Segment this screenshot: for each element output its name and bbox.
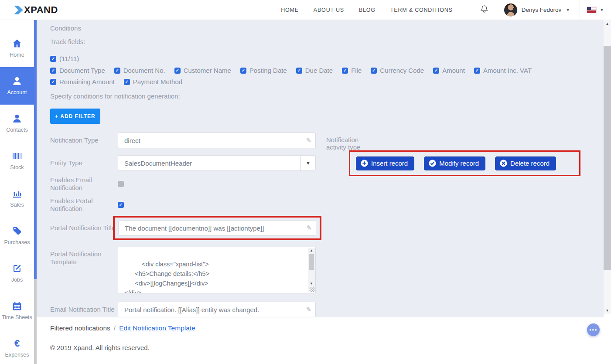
entity-type-row: Entity Type SalesDocumentHeader ▼ [50,155,329,171]
select-all-checkbox[interactable] [50,56,56,62]
portal-template-textarea[interactable]: <div class="xpand-list"> <h5>Change deta… [118,247,316,293]
check-circle-icon [429,160,436,167]
track-field-checkbox[interactable] [342,68,348,74]
track-field-checkbox[interactable] [474,68,480,74]
track-field: Payment Method [124,78,182,85]
sidebar: Home Account Contacts Stock Sales Purcha… [0,20,37,364]
activity-type-button[interactable]: ✔ Delete record [495,156,556,170]
track-field: File [342,67,362,74]
entity-type-select[interactable]: SalesDocumentHeader ▼ [118,155,316,171]
sidebar-item[interactable]: Sales [0,180,34,217]
chevron-down-icon: ▼ [566,7,570,12]
sidebar-item[interactable]: Stock [0,142,34,180]
track-field-checkbox[interactable] [50,79,56,85]
sidebar-item[interactable]: Account [0,67,34,105]
track-field-label: Due Date [305,67,333,74]
enables-portal-checkbox[interactable] [118,202,124,208]
more-actions-fab[interactable]: ●●● [587,323,600,336]
avatar [504,3,517,17]
enables-email-label: Enables Email Notification [50,176,111,192]
enables-email-checkbox[interactable] [118,181,124,187]
top-nav-link[interactable]: ABOUT US [314,7,344,13]
section-title: Conditions [50,24,604,32]
sidebar-item-label: Jobs [11,277,23,283]
track-field: Amount Inc. VAT [474,67,532,74]
notifications-button[interactable] [472,4,497,16]
sidebar-item[interactable]: Purchases [0,217,34,255]
top-nav-link[interactable]: TERM & CONDITIONS [390,7,453,13]
edit-notification-template-link[interactable]: Edit Notification Template [119,324,195,332]
track-field-checkbox[interactable] [240,68,246,74]
track-field: Posting Date [240,67,287,74]
track-fields-list: Document Type Document No. Customer Name [50,67,565,85]
scroll-up-icon[interactable]: ▲ [604,20,611,27]
sidebar-scrollbar-thumb[interactable] [34,20,37,279]
track-field-checkbox[interactable] [174,68,181,74]
selected-check-icon: ✔ [423,153,427,159]
track-field: Document Type [50,67,105,74]
activity-type-button[interactable]: ✔ Insert record [356,156,414,170]
sidebar-item-label: Account [7,89,27,96]
track-field-checkbox[interactable] [433,68,439,74]
track-field-checkbox[interactable] [124,79,130,85]
calendar-icon [11,301,23,311]
track-field-checkbox[interactable] [114,68,120,74]
notification-type-field: ✎ [118,133,316,148]
sidebar-item[interactable]: Jobs [0,255,34,292]
tags-icon [11,226,23,236]
activity-type-label: Notification activity type [326,136,376,151]
top-nav-link[interactable]: BLOG [359,7,375,13]
form-viewport: Conditions Track fields: (11/11) Documen… [37,20,604,317]
main-area: Conditions Track fields: (11/11) Documen… [37,20,611,364]
sidebar-item[interactable]: € Expenses [0,330,34,364]
user-menu[interactable]: Denys Fedorov ▼ [497,3,580,17]
portal-title-input[interactable] [119,221,316,235]
portal-title-field: ✎ [118,220,316,236]
notification-form: Conditions Track fields: (11/11) Documen… [37,20,604,317]
activity-button-label: Modify record [439,160,479,167]
barcode-icon [11,151,23,161]
user-name: Denys Fedorov [522,7,562,13]
track-field-label: Document No. [123,67,165,74]
track-field-label: Document Type [59,67,105,74]
sidebar-item-label: Time Sheets [2,314,32,321]
scroll-up-icon[interactable]: ▲ [308,248,315,254]
sidebar-item[interactable]: Contacts [0,105,34,142]
sidebar-item[interactable]: Home [0,30,34,67]
textarea-scrollbar[interactable]: ▲ ▼ [308,248,315,293]
add-filter-button[interactable]: + ADD FILTER [50,109,100,124]
pencil-icon: ✎ [306,136,311,144]
sidebar-scrollbar-track[interactable] [34,20,37,364]
track-fields-label: Track fields: [50,38,604,45]
activity-type-button[interactable]: ✔ Modify record [424,156,485,170]
page-scrollbar-thumb[interactable] [604,46,611,270]
track-field-checkbox[interactable] [50,68,56,74]
enables-portal-label: Enables Portal Notification [50,197,111,213]
portal-template-label: Portal Notification Template [50,247,118,266]
sidebar-item[interactable]: Time Sheets [0,292,34,330]
breadcrumb-current: Filtered notifications [50,324,110,332]
notification-type-input[interactable] [118,133,315,148]
sidebar-item-label: Sales [10,202,24,208]
svg-text:€: € [14,338,20,349]
track-field-checkbox[interactable] [371,68,377,74]
chevron-down-icon: ▼ [300,156,315,170]
textarea-scrollbar-thumb[interactable] [309,254,314,270]
track-field-checkbox[interactable] [296,68,302,74]
resize-grip-icon[interactable] [310,287,314,292]
portal-title-label: Portal Notification Title [50,224,118,232]
scroll-down-icon[interactable]: ▼ [604,307,611,314]
scroll-down-icon[interactable]: ▼ [308,281,315,287]
language-selector[interactable]: ▼ [580,7,611,13]
sidebar-item-label: Home [10,52,24,58]
email-title-input[interactable] [118,302,315,317]
copyright-text: © 2019 Xpand. All rights reserved. [50,344,611,351]
top-nav-link[interactable]: HOME [281,7,299,13]
track-field: Amount [433,67,465,74]
xpand-logo[interactable]: XPAND [13,4,58,16]
pencil-icon: ✎ [306,224,312,232]
page-scrollbar[interactable]: ▲ ▼ [604,20,611,314]
select-all-checkbox-row: (11/11) [50,55,79,62]
notification-type-label: Notification Type [50,136,118,144]
selected-check-icon: ✔ [355,153,359,159]
